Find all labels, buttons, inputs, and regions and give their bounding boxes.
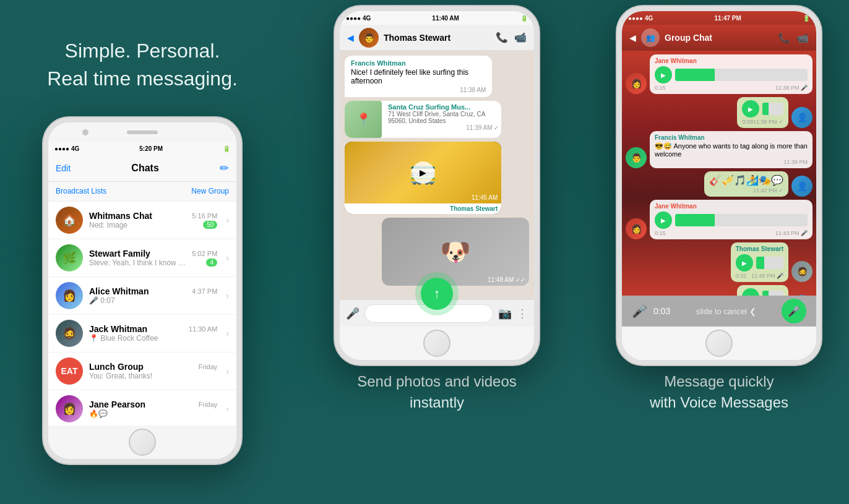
- play-btn[interactable]: ▶: [655, 66, 672, 83]
- left-section: Simple. Personal. Real time messaging. ●…: [0, 0, 285, 504]
- chat-info: Stewart Family 5:02 PM Steve: Yeah, I th…: [89, 249, 217, 267]
- chat-info: Lunch Group Friday You: Great, thanks!: [89, 362, 217, 380]
- camera-icon[interactable]: 📷: [498, 307, 512, 320]
- chat-preview: 🔥💬: [89, 409, 108, 418]
- voice-msg-francis: 👨 Francis Whitman 😎😅 Anyone who wants to…: [626, 131, 812, 168]
- chat-list: 🏠 Whitmans Chat 5:16 PM Ned: Image 50 ›: [48, 202, 236, 425]
- middle-section: ●●●● 4G 11:40 AM 🔋 ◀ 👨 Thomas Stewart 📞 …: [285, 0, 589, 504]
- camera: [82, 129, 88, 135]
- chat-header-icons: 📞 📹: [496, 32, 527, 43]
- voice-messages: 👩 Jane Whitman ▶ 0:15 11:38 PM 🎤: [622, 51, 816, 296]
- send-btn-outer[interactable]: ↑: [415, 272, 459, 315]
- voice-msg-jane1: 👩 Jane Whitman ▶ 0:15 11:38 PM 🎤: [626, 54, 812, 94]
- avatar-francis: 👨: [626, 147, 647, 168]
- map-addr: 71 West Cliff Drive, Santa Cruz, CA 9506…: [388, 111, 499, 124]
- voice-text: 😎😅 Anyone who wants to tag along is more…: [655, 142, 808, 158]
- play-btn-thomas1[interactable]: ▶: [736, 254, 753, 271]
- status-bar-right: ●●●● 4G 11:47 PM 🔋: [622, 11, 816, 25]
- map-time: 11:39 AM ✓: [388, 124, 499, 131]
- battery-mid: 🔋: [520, 15, 528, 22]
- send-btn-inner[interactable]: ↑: [421, 278, 453, 310]
- header-icons-right: 📞 📹: [778, 32, 809, 44]
- chat-item-lunch[interactable]: EAT Lunch Group Friday You: Great, thank…: [48, 352, 236, 390]
- battery: 🔋: [223, 145, 230, 152]
- home-button-mid[interactable]: [423, 330, 450, 357]
- speaker: [127, 130, 158, 134]
- video-icon[interactable]: 📹: [514, 32, 527, 43]
- msg-text: Nice! I definitely feel like surfing thi…: [351, 68, 486, 85]
- avatar-header-right: 👥: [641, 28, 660, 47]
- chat-info: Whitmans Chat 5:16 PM Ned: Image 50: [89, 211, 217, 229]
- voice-sender-jane: Jane Whitman: [655, 58, 808, 64]
- home-btn-row-mid: [340, 327, 534, 360]
- chat-preview: 🎤 0:07: [89, 296, 115, 305]
- chat-item-whitmans[interactable]: 🏠 Whitmans Chat 5:16 PM Ned: Image 50 ›: [48, 202, 236, 239]
- phone-notch: [48, 122, 236, 142]
- signal-mid: ●●●● 4G: [346, 15, 371, 22]
- attach-icon[interactable]: ⋮: [517, 307, 528, 320]
- voice-meta: 0:09 11:38 PM ✓: [742, 119, 783, 125]
- avatar-out2: 👤: [791, 176, 812, 197]
- message-francis: Francis Whitman Nice! I definitely feel …: [345, 56, 492, 97]
- voice-bubble-francis: Francis Whitman 😎😅 Anyone who wants to t…: [650, 131, 812, 168]
- avatar-jane-right: 👩: [626, 73, 647, 94]
- msg-time: 11:38 AM: [351, 87, 486, 93]
- chat-info: Alice Whitman 4:37 PM 🎤 0:07: [89, 286, 217, 305]
- play-btn2[interactable]: ▶: [655, 211, 672, 229]
- play-button[interactable]: ▶: [412, 161, 434, 184]
- voice-msg-emoji: 🎸🎺🎵🏄🎭💬 11:42 PM ✓ 👤: [626, 171, 812, 197]
- avatar-thomas1: 🧔: [791, 261, 812, 282]
- photo-time: 11:48 AM ✓✓: [488, 276, 525, 283]
- voice-timer: 0:03: [653, 306, 670, 316]
- edit-button[interactable]: Edit: [56, 163, 71, 173]
- chat-preview: Ned: Image: [89, 221, 127, 229]
- compose-button[interactable]: ✏: [220, 161, 229, 175]
- voice-time-francis: 11:39 PM: [655, 159, 808, 165]
- call-icon[interactable]: 📞: [496, 32, 508, 43]
- status-bar-mid: ●●●● 4G 11:40 AM 🔋: [340, 11, 534, 25]
- chat-item-jane[interactable]: 👩 Jane Pearson Friday 🔥💬 ›: [48, 390, 236, 425]
- voice-time: 11:38 PM 🎤: [775, 85, 808, 91]
- new-group[interactable]: New Group: [191, 187, 229, 195]
- chat-header-avatar: 👨: [359, 28, 379, 48]
- waveform: [762, 103, 783, 115]
- emoji-content: 🎸🎺🎵🏄🎭💬: [709, 174, 783, 186]
- chat-item-stewart[interactable]: 🌿 Stewart Family 5:02 PM Steve: Yeah, I …: [48, 239, 236, 277]
- voice-duration: 0:09: [742, 119, 753, 125]
- avatar-whitmans: 🏠: [56, 207, 83, 234]
- call-icon-right[interactable]: 📞: [778, 32, 790, 44]
- message-map: 📍 Santa Cruz Surfing Mus... 71 West Clif…: [345, 101, 501, 138]
- voice-bubble-thomas1: Thomas Stewart ▶ 0:32 11:45 PM 🎤: [731, 242, 788, 282]
- back-btn-right[interactable]: ◀: [629, 33, 636, 43]
- avatar-out: 👤: [791, 107, 812, 128]
- emoji-time: 11:42 PM ✓: [709, 187, 783, 194]
- voice-bubble-jane2: Jane Whitman ▶ 0:15 11:43 PM 🎤: [650, 200, 812, 239]
- waveform-out2: [762, 291, 783, 296]
- avatar-jane2: 👩: [626, 218, 647, 239]
- back-button[interactable]: ◀: [347, 33, 354, 43]
- voice-recording-bar: 🎤 0:03 slide to cancel ❮ 🎤: [622, 296, 816, 327]
- chat-item-jack[interactable]: 🧔 Jack Whitman 11:30 AM 📍 Blue Rock Coff…: [48, 315, 236, 352]
- broadcast-lists[interactable]: Broadcast Lists: [56, 187, 106, 195]
- play-btn[interactable]: ▶: [742, 100, 759, 117]
- chats-nav: Edit Chats ✏: [48, 156, 236, 182]
- home-button[interactable]: [129, 429, 156, 456]
- avatar-lunch: EAT: [56, 357, 83, 385]
- video-icon-right[interactable]: 📹: [796, 32, 809, 44]
- avatar-jack: 🧔: [56, 320, 83, 347]
- sender-thomas1: Thomas Stewart: [736, 246, 783, 252]
- msg-sender: Francis Whitman: [351, 59, 486, 67]
- waveform: [675, 69, 808, 81]
- chat-item-alice[interactable]: 👩 Alice Whitman 4:37 PM 🎤 0:07 ›: [48, 277, 236, 315]
- play-btn-out2[interactable]: ▶: [742, 288, 759, 296]
- chat-info: Jack Whitman 11:30 AM 📍 Blue Rock Coffee: [89, 324, 217, 343]
- voice-mic-button[interactable]: 🎤: [782, 299, 806, 323]
- mic-icon[interactable]: 🎤: [346, 307, 360, 320]
- map-title: Santa Cruz Surfing Mus...: [388, 103, 499, 111]
- voice-row: ▶: [655, 66, 808, 83]
- voice-meta: 0:15 11:38 PM 🎤: [655, 85, 808, 91]
- home-button-right[interactable]: [705, 330, 733, 357]
- chat-time: Friday: [199, 363, 218, 370]
- slide-to-cancel: slide to cancel ❮: [676, 307, 775, 316]
- chat-preview: 📍 Blue Rock Coffee: [89, 334, 158, 343]
